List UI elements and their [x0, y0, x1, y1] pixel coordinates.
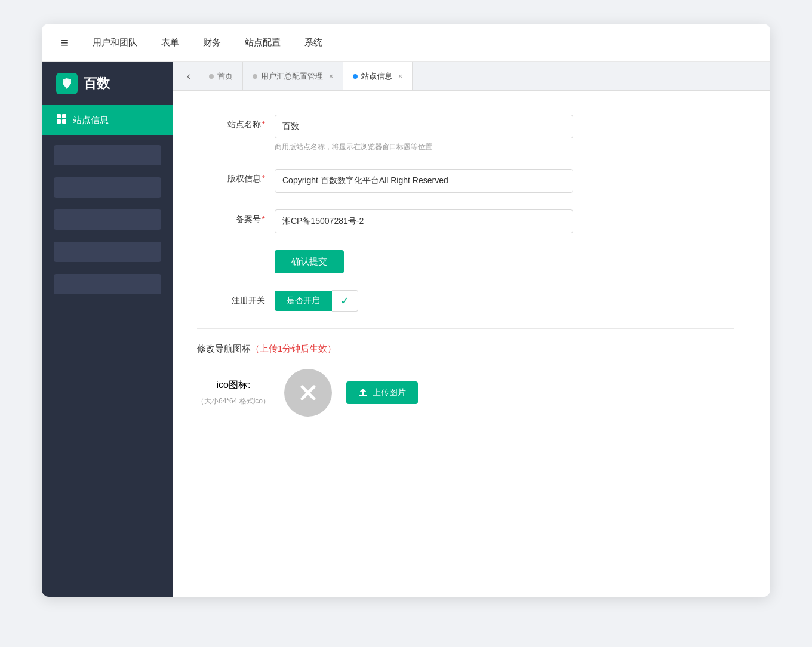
- field-site-name: 商用版站点名称，将显示在浏览器窗口标题等位置: [275, 115, 734, 152]
- form-content: 站点名称* 商用版站点名称，将显示在浏览器窗口标题等位置 版权信息*: [173, 91, 770, 597]
- top-nav: ≡ 用户和团队 表单 财务 站点配置 系统: [42, 24, 770, 62]
- logo-title: 百数: [84, 75, 110, 93]
- tab-dot-user-config: [253, 74, 257, 79]
- submit-button[interactable]: 确认提交: [275, 250, 344, 273]
- sidebar-placeholder-1: [54, 145, 161, 165]
- submit-btn-row: 确认提交: [197, 250, 734, 290]
- upload-button[interactable]: 上传图片: [346, 381, 418, 404]
- field-copyright: [275, 169, 734, 193]
- form-row-copyright: 版权信息*: [197, 169, 734, 193]
- upload-icon: [358, 388, 368, 398]
- tab-dot-site-info: [353, 74, 358, 79]
- sidebar-placeholder-5: [54, 274, 161, 294]
- nav-item-system[interactable]: 系统: [304, 35, 322, 51]
- tab-user-config[interactable]: 用户汇总配置管理 ×: [243, 62, 343, 90]
- ico-size-hint: （大小64*64 格式ico）: [197, 396, 270, 406]
- label-filing: 备案号*: [197, 209, 275, 225]
- sidebar-logo: 百数: [42, 62, 173, 105]
- sidebar-placeholder-3: [54, 209, 161, 230]
- label-copyright: 版权信息*: [197, 169, 275, 184]
- content-area: ‹ 首页 用户汇总配置管理 × 站点信息 ×: [173, 62, 770, 597]
- svg-rect-0: [57, 114, 61, 118]
- site-info-icon: [56, 113, 67, 127]
- tab-close-site-info[interactable]: ×: [398, 72, 402, 81]
- input-site-name[interactable]: [275, 115, 573, 138]
- section-divider: [197, 328, 734, 329]
- form-row-site-name: 站点名称* 商用版站点名称，将显示在浏览器窗口标题等位置: [197, 115, 734, 152]
- toggle-row: 注册开关 是否开启 ✓: [197, 290, 734, 312]
- form-row-filing: 备案号*: [197, 209, 734, 233]
- toggle-label: 注册开关: [197, 295, 275, 306]
- ico-label: ico图标:: [217, 379, 251, 392]
- tab-close-user-config[interactable]: ×: [329, 72, 333, 81]
- section-title-nav-icon: 修改导航图标（上传1分钟后生效）: [197, 343, 734, 355]
- nav-item-finance[interactable]: 财务: [203, 35, 221, 51]
- field-filing: [275, 209, 734, 233]
- sidebar-placeholder-2: [54, 177, 161, 198]
- sidebar-item-site-info[interactable]: 站点信息: [42, 105, 173, 135]
- tab-back-button[interactable]: ‹: [178, 66, 199, 87]
- toggle-check-icon: ✓: [340, 294, 349, 307]
- menu-icon[interactable]: ≡: [61, 35, 69, 51]
- ico-info: ico图标: （大小64*64 格式ico）: [197, 379, 270, 406]
- logo-icon: [56, 73, 78, 94]
- label-site-name: 站点名称*: [197, 115, 275, 130]
- svg-rect-1: [62, 114, 66, 118]
- tab-dot-home: [209, 74, 214, 79]
- svg-rect-3: [62, 119, 66, 124]
- sidebar-placeholder-4: [54, 242, 161, 262]
- tab-site-info[interactable]: 站点信息 ×: [343, 62, 413, 90]
- sidebar-item-label: 站点信息: [73, 115, 109, 126]
- input-filing[interactable]: [275, 209, 573, 233]
- tab-label-site-info: 站点信息: [361, 71, 392, 82]
- toggle-check-box: ✓: [332, 290, 358, 312]
- tab-home[interactable]: 首页: [199, 62, 243, 90]
- ico-preview: [284, 369, 332, 417]
- nav-item-site-config[interactable]: 站点配置: [245, 35, 281, 51]
- tab-label-home: 首页: [217, 71, 233, 82]
- ico-upload-row: ico图标: （大小64*64 格式ico）: [197, 369, 734, 417]
- toggle-button[interactable]: 是否开启: [275, 291, 332, 311]
- hint-site-name: 商用版站点名称，将显示在浏览器窗口标题等位置: [275, 142, 734, 152]
- nav-item-users[interactable]: 用户和团队: [93, 35, 137, 51]
- ico-preview-icon: [295, 380, 321, 406]
- svg-rect-2: [57, 119, 61, 124]
- toggle-box: 是否开启 ✓: [275, 290, 358, 312]
- sidebar: 百数 站点信息: [42, 62, 173, 597]
- tab-label-user-config: 用户汇总配置管理: [261, 71, 323, 82]
- input-copyright[interactable]: [275, 169, 573, 193]
- nav-item-forms[interactable]: 表单: [161, 35, 179, 51]
- tabs-bar: ‹ 首页 用户汇总配置管理 × 站点信息 ×: [173, 62, 770, 91]
